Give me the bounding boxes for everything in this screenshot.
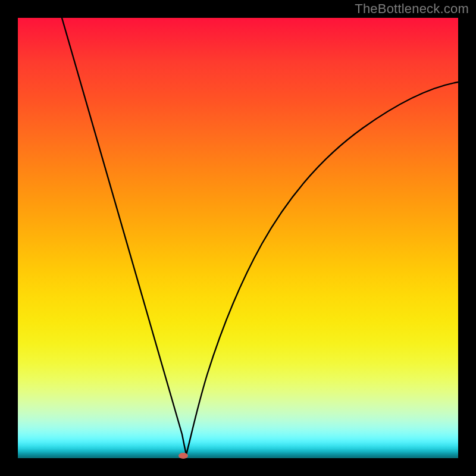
curve-right-branch [186, 82, 458, 455]
chart-area [18, 18, 458, 458]
watermark-text: TheBottleneck.com [355, 1, 469, 17]
min-marker [178, 453, 188, 459]
curve-left-branch [62, 18, 186, 455]
outer-frame: TheBottleneck.com [0, 0, 476, 476]
curve-svg [18, 18, 458, 458]
